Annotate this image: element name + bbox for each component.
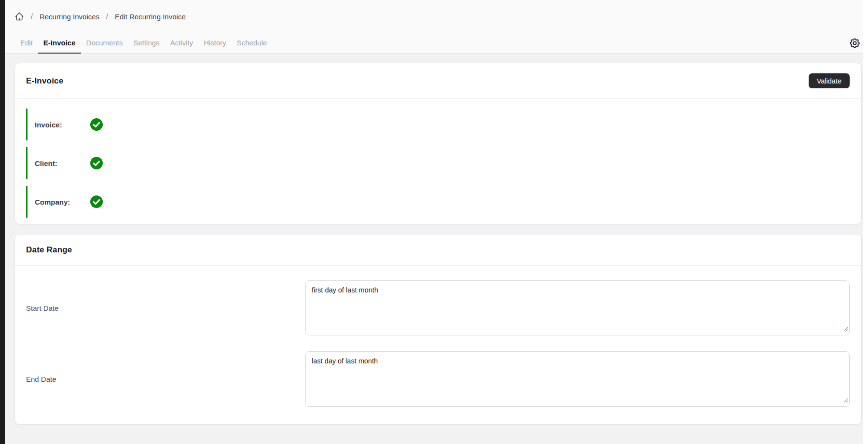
e-invoice-card: E-Invoice Validate Invoice: Client: [14,63,862,224]
end-date-textarea[interactable]: last day of last month [305,351,850,407]
date-range-card-title: Date Range [26,245,72,255]
tab-history[interactable]: History [198,39,232,54]
tab-bar: Edit E-Invoice Documents Settings Activi… [15,39,272,54]
gear-icon [849,37,861,49]
date-range-card-body: Start Date first day of last month End D… [15,266,861,424]
check-row-label: Invoice: [35,121,83,129]
breadcrumb-separator: / [106,13,108,20]
check-circle-icon [90,156,103,170]
validate-button[interactable]: Validate [809,73,850,88]
date-range-card: Date Range Start Date first day of last … [14,234,862,425]
start-date-textarea[interactable]: first day of last month [305,280,850,335]
tab-schedule[interactable]: Schedule [232,39,273,54]
end-date-field-row: End Date last day of last month [26,351,850,407]
app: / Recurring Invoices / Edit Recurring In… [5,0,863,444]
e-invoice-card-title: E-Invoice [26,76,63,86]
check-row-client: Client: [26,147,850,179]
tab-edit[interactable]: Edit [15,39,38,54]
breadcrumb-separator: / [31,13,33,20]
collapsed-sidebar-edge [0,0,5,444]
check-circle-icon [90,118,103,131]
breadcrumb: / Recurring Invoices / Edit Recurring In… [14,12,186,21]
main-content: E-Invoice Validate Invoice: Client: [5,54,863,444]
e-invoice-card-body: Invoice: Client: [15,99,861,224]
breadcrumb-item-recurring-invoices[interactable]: Recurring Invoices [40,13,99,21]
scrollbar-track[interactable] [863,0,868,444]
home-icon[interactable] [14,12,24,21]
end-date-label: End Date [26,375,305,383]
tab-settings[interactable]: Settings [128,39,165,54]
breadcrumb-item-edit-recurring-invoice[interactable]: Edit Recurring Invoice [115,13,186,21]
check-row-label: Client: [35,159,83,167]
tab-activity[interactable]: Activity [165,39,199,54]
tab-e-invoice[interactable]: E-Invoice [38,39,81,54]
start-date-field-row: Start Date first day of last month [26,280,850,335]
settings-gear-button[interactable] [849,37,861,49]
tab-documents[interactable]: Documents [81,39,128,54]
check-row-company: Company: [26,186,850,218]
check-row-invoice: Invoice: [26,109,850,140]
check-row-label: Company: [35,198,83,206]
page-header: / Recurring Invoices / Edit Recurring In… [5,0,863,54]
start-date-label: Start Date [26,304,305,312]
date-range-card-header: Date Range [15,235,861,266]
check-circle-icon [90,195,103,208]
e-invoice-card-header: E-Invoice Validate [15,63,861,99]
